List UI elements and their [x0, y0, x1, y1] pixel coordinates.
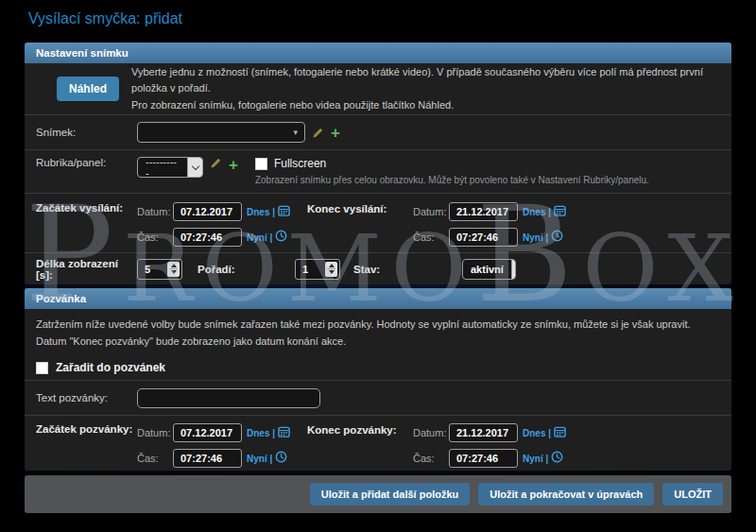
stepper-arrows-icon[interactable] [325, 262, 337, 277]
stepper-arrows-icon[interactable] [167, 262, 180, 277]
fullscreen-help-text: Zobrazení snímku přes celou obrazovku. M… [255, 175, 649, 185]
broadcast-start-label: Začátek vysílání: [36, 202, 137, 214]
preview-button[interactable]: Náhled [57, 77, 119, 101]
duration-stepper[interactable] [137, 259, 182, 280]
date-label: Datum: [137, 206, 171, 217]
broadcast-start-today-link[interactable]: Dnes | [247, 207, 275, 217]
clock-icon[interactable] [275, 229, 287, 246]
footer-action-bar: Uložit a přidat další položku Uložit a p… [25, 475, 731, 513]
include-invitation-label: Zařadit do pozvánek [56, 361, 165, 374]
order-input[interactable] [296, 264, 325, 275]
broadcast-end-date-input[interactable] [449, 202, 518, 221]
invite-end-label: Konec pozvánky: [307, 424, 413, 436]
broadcast-end-group: Datum: Dnes | Čas: Nyní | [413, 202, 577, 247]
fullscreen-block: Fullscreen Zobrazení snímku přes celou o… [255, 157, 649, 185]
panel-invitation-header: Pozvánka [25, 288, 731, 309]
invitation-intro: Zatržením níže uvedené volby bude snímek… [25, 309, 731, 355]
panel-invitation: Pozvánka Zatržením níže uvedené volby bu… [25, 288, 731, 471]
date-label: Datum: [413, 427, 447, 438]
panel-slide-settings: Nastavení snímku Náhled Vyberte jednu z … [25, 43, 731, 284]
include-invitation-checkbox[interactable] [36, 362, 48, 374]
clock-icon[interactable] [551, 229, 563, 246]
save-button[interactable]: ULOŽIT [662, 483, 723, 506]
broadcast-start-time-input[interactable] [173, 228, 242, 247]
order-label: Pořadí: [198, 264, 295, 275]
broadcast-start-date-input[interactable] [173, 202, 242, 221]
calendar-icon[interactable] [554, 424, 566, 441]
combo-arrow-icon: ▾ [293, 129, 298, 137]
save-and-add-button[interactable]: Uložit a přidat další položku [310, 483, 470, 506]
snimek-edit-button[interactable] [312, 127, 324, 139]
snimek-add-button[interactable]: + [331, 125, 340, 141]
calendar-icon[interactable] [554, 203, 566, 220]
calendar-icon[interactable] [278, 424, 290, 441]
rubrika-select[interactable]: ---------- [137, 157, 203, 178]
clock-icon[interactable] [551, 450, 563, 467]
state-label: Stav: [353, 264, 462, 275]
rubrika-add-button[interactable]: + [229, 157, 238, 173]
preview-row: Náhled Vyberte jednu z možností (snímek,… [25, 63, 731, 115]
duration-label: Délka zobrazení [s]: [36, 258, 137, 281]
settings-intro-line2: Pro zobrazení snímku, fotogalerie nebo v… [131, 97, 720, 114]
calendar-icon[interactable] [278, 203, 290, 220]
time-label: Čas: [413, 453, 447, 464]
invite-end-now-link[interactable]: Nyní | [523, 454, 548, 464]
panel-settings-header: Nastavení snímku [25, 43, 731, 63]
invite-end-time-input[interactable] [449, 449, 518, 468]
chevron-down-icon [511, 260, 516, 279]
pencil-icon [312, 127, 324, 139]
time-label: Čas: [137, 232, 171, 243]
duration-row: Délka zobrazení [s]: Pořadí: Stav: aktiv… [25, 253, 731, 284]
invite-start-group: Datum: Dnes | Čas: Nyní | [137, 423, 301, 468]
invitation-text-input[interactable] [137, 388, 320, 408]
rubrika-edit-button[interactable] [210, 157, 222, 169]
invitation-intro-line2: Datum "Konec pozvánky" bude zobrazeno ja… [36, 334, 720, 351]
invitation-intro-line1: Zatržením níže uvedené volby bude snímek… [36, 317, 720, 334]
snimek-row: Snímek: ▾ + [25, 115, 731, 150]
chevron-down-icon [187, 158, 202, 177]
page: Vysílací smyčka: přidat Nastavení snímku… [0, 0, 756, 532]
rubrika-select-value: ---------- [138, 158, 187, 177]
invite-end-today-link[interactable]: Dnes | [523, 428, 551, 438]
broadcast-end-time-input[interactable] [449, 228, 518, 247]
duration-input[interactable] [138, 264, 167, 275]
snimek-label: Snímek: [36, 127, 137, 138]
state-select[interactable]: aktivní [462, 259, 516, 280]
date-label: Datum: [137, 427, 171, 438]
broadcast-end-today-link[interactable]: Dnes | [523, 207, 551, 217]
time-label: Čas: [137, 453, 171, 464]
fullscreen-label: Fullscreen [274, 157, 326, 170]
settings-intro-text: Vyberte jednu z možností (snímek, fotoga… [131, 64, 720, 114]
settings-intro-line1: Vyberte jednu z možností (snímek, fotoga… [131, 64, 720, 97]
broadcast-start-group: Datum: Dnes | Čas: Nyní | [137, 202, 301, 247]
date-label: Datum: [413, 206, 447, 217]
invitation-text-row: Text pozvánky: [25, 381, 731, 416]
save-and-continue-button[interactable]: Uložit a pokračovat v úpravách [478, 483, 654, 506]
rubrika-row: Rubrika/panel: ---------- + Fullscreen Z… [25, 150, 731, 194]
page-title: Vysílací smyčka: přidat [28, 10, 182, 27]
snimek-select[interactable]: ▾ [137, 122, 305, 143]
invite-end-group: Datum: Dnes | Čas: Nyní | [413, 423, 577, 468]
fullscreen-checkbox[interactable] [255, 158, 267, 170]
pencil-icon [210, 157, 222, 169]
order-stepper[interactable] [295, 259, 340, 280]
invite-start-time-input[interactable] [173, 449, 242, 468]
rubrika-label: Rubrika/panel: [36, 157, 137, 168]
fullscreen-line: Fullscreen [255, 157, 649, 170]
broadcast-end-now-link[interactable]: Nyní | [523, 232, 548, 243]
broadcast-start-now-link[interactable]: Nyní | [247, 232, 272, 243]
broadcast-datetime-row: Začátek vysílání: Datum: Dnes | Čas: Nyn… [25, 194, 731, 253]
invitation-datetime-row: Začátek pozvánky: Datum: Dnes | Čas: Nyn… [25, 416, 731, 471]
include-invitation-row: Zařadit do pozvánek [25, 355, 731, 381]
invite-end-date-input[interactable] [449, 423, 518, 442]
invite-start-date-input[interactable] [173, 423, 242, 442]
invite-start-label: Začátek pozvánky: [36, 423, 137, 435]
invitation-text-label: Text pozvánky: [36, 392, 137, 403]
clock-icon[interactable] [275, 450, 287, 467]
time-label: Čas: [413, 232, 447, 243]
broadcast-end-label: Konec vysílání: [307, 203, 413, 215]
invite-start-now-link[interactable]: Nyní | [247, 454, 272, 464]
state-select-value: aktivní [463, 260, 511, 279]
invite-start-today-link[interactable]: Dnes | [247, 428, 275, 438]
